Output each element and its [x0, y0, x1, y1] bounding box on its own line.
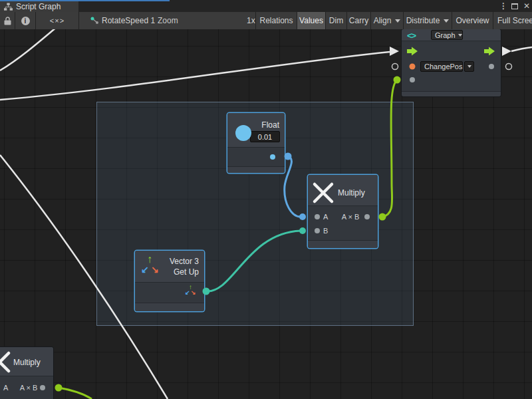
changepos-dropdown[interactable]: ChangePos	[420, 61, 463, 72]
title-bar: Script Graph ⋮ ✕	[0, 0, 532, 12]
maximize-icon	[511, 3, 518, 9]
chevron-down-icon	[395, 19, 400, 23]
edit-code-button[interactable]: <×>	[36, 12, 78, 29]
info-icon: i	[21, 17, 30, 25]
zoom-label: Zoom	[158, 16, 178, 25]
node-vector3[interactable]: ↑ ↙ ↘ Vector 3 Get Up ↑ ↙ ↘	[135, 251, 204, 311]
tab-script-graph[interactable]: Script Graph	[0, 1, 78, 12]
toolbar-button-dim[interactable]: Dim	[326, 12, 346, 29]
port-label-b: B	[323, 227, 328, 235]
graph-hierarchy-icon	[4, 3, 13, 11]
node-graph-header: <> Graph	[402, 29, 501, 41]
toolbar-button-relations[interactable]: Relations	[256, 12, 297, 29]
port-label-a: A	[3, 384, 8, 392]
port-label-axb: A × B	[336, 213, 365, 221]
toolbar: i <×> RotateSpeed 1 Zoom 1x Relations Va…	[0, 12, 532, 29]
chevron-down-icon	[467, 65, 471, 68]
close-button[interactable]: ✕	[521, 0, 532, 12]
window-menu-button[interactable]: ⋮	[499, 0, 508, 12]
node-vector3-subtitle: Get Up	[174, 267, 199, 277]
node-multiply-footer	[308, 240, 378, 248]
zoom-value: 1x	[247, 16, 255, 25]
toolbar-button-fullscreen[interactable]: Full Screen	[493, 12, 532, 29]
float-value-input[interactable]: 0.01	[250, 131, 280, 142]
node-float[interactable]: Float 0.01	[227, 113, 285, 173]
changepos-caret-button[interactable]	[464, 61, 474, 72]
toolbar-button-carry[interactable]: Carry	[347, 12, 370, 29]
float-value: 0.01	[258, 133, 272, 141]
breadcrumb-graph-name[interactable]: RotateSpeed 1	[102, 16, 155, 25]
toolbar-button-distribute[interactable]: Distribute	[404, 12, 452, 29]
node-multiply-title: Multiply	[338, 188, 365, 198]
maximize-button[interactable]	[509, 0, 520, 12]
chevron-down-icon	[444, 19, 449, 23]
port-label-axb: A × B	[15, 384, 42, 392]
graph-dropdown-label: Graph	[435, 31, 456, 39]
kebab-menu-icon: ⋮	[499, 1, 507, 11]
toolbar-button-values[interactable]: Values	[297, 12, 325, 29]
arrow-down-right-icon: ↘	[151, 264, 159, 275]
lock-button[interactable]	[0, 12, 15, 29]
vector3-icon: ↑ ↙ ↘	[139, 253, 164, 280]
chevron-down-icon	[458, 34, 462, 37]
code-brackets-icon: <>	[407, 31, 416, 41]
changepos-label: ChangePos	[424, 63, 463, 70]
node-vector3-footer	[135, 303, 204, 311]
node-multiply-partial-title: Multiply	[13, 358, 41, 367]
inspect-button[interactable]: i	[15, 12, 35, 29]
state-graph-icon[interactable]	[90, 17, 99, 25]
node-multiply[interactable]: Multiply A A × B B	[308, 175, 378, 248]
port-label-a: A	[323, 213, 328, 221]
tab-title: Script Graph	[16, 2, 61, 11]
arrow-down-left-icon: ↙	[185, 289, 190, 296]
node-float-header	[227, 113, 285, 148]
node-multiply-partial[interactable]: Multiply A A × B	[0, 347, 53, 399]
node-graph-footer	[402, 91, 501, 96]
toolbar-button-align[interactable]: Align	[371, 12, 403, 29]
arrow-down-left-icon: ↙	[141, 264, 149, 275]
node-float-title: Float	[261, 120, 279, 130]
toolbar-button-overview[interactable]: Overview	[452, 12, 493, 29]
vector3-output-icon[interactable]: ↑ ↙ ↘	[184, 284, 198, 297]
node-graph[interactable]: <> Graph ChangePos	[402, 29, 501, 96]
arrow-down-right-icon: ↘	[191, 289, 196, 296]
script-graph-window: <> Graph ChangePos Float 0.01 Multiply A…	[0, 0, 532, 399]
code-icon: <×>	[50, 17, 65, 25]
node-vector3-title: Vector 3	[170, 257, 199, 266]
graph-breadcrumb-bar: RotateSpeed 1 Zoom 1x	[79, 12, 255, 29]
close-icon: ✕	[523, 1, 530, 11]
node-float-footer	[227, 166, 285, 173]
graph-dropdown[interactable]: Graph	[431, 30, 463, 40]
lock-icon	[4, 17, 11, 25]
